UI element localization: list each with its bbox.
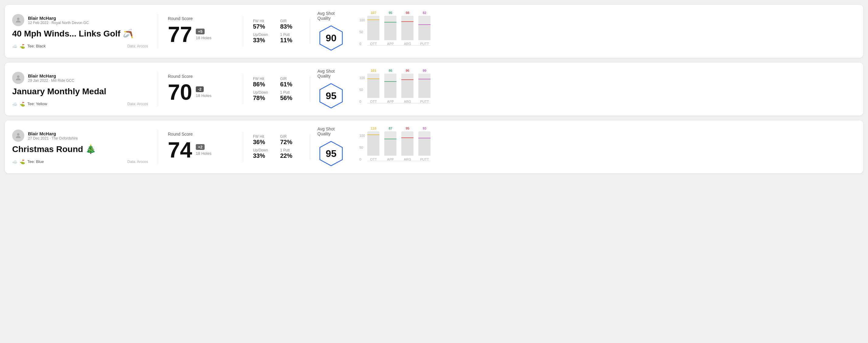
quality-section: Avg Shot Quality 95 [310,126,352,167]
bar-value: 96 [406,69,409,72]
bar-line [384,81,397,82]
quality-section: Avg Shot Quality 90 [310,11,352,52]
tee-icon: ⛳ [20,159,25,164]
bar-fill-bg [401,22,413,40]
tee-label: Tee: Black [27,44,45,48]
hexagon-score: 90 [326,33,337,44]
bar-fill-bg [384,23,397,40]
bar-group-ott: 110 OTT [367,126,379,161]
stat-label: Up/Down [253,33,273,37]
bar-line [401,137,413,138]
quality-section: Avg Shot Quality 95 [310,69,352,110]
bar-container [401,131,413,156]
bar-fill-bg [384,139,397,156]
chart-section: 100 50 0 101 OTT 86 APP [352,69,856,110]
chart-baseline [367,45,431,45]
stats-grid: FW Hit 57% GIR 83% Up/Down 33% [253,19,300,44]
chart-section: 100 50 0 110 OTT 87 APP [352,126,856,167]
stat-value: 11% [280,37,300,44]
user-info: Blair McHarg 29 Jan 2022 · Mill Ride GCC [28,73,74,83]
bar-container [367,131,379,156]
stat-label: 1 Putt [280,148,300,152]
user-info: Blair McHarg 12 Feb 2022 · Royal North D… [28,15,89,25]
bar-container [418,73,431,98]
bar-group-app: 86 APP [384,69,397,103]
stat-value: 33% [253,152,273,159]
bar-value: 107 [371,11,376,14]
avatar [12,72,24,84]
avatar [12,14,24,26]
bottom-row: ☁️ ⛳ Tee: Yellow Data: Arccos [12,101,148,106]
bar-group-putt: 99 PUTT [418,69,431,103]
stat-label: 1 Putt [280,90,300,95]
bottom-row: ☁️ ⛳ Tee: Blue Data: Arccos [12,159,148,164]
score-badge-group: +5 18 Holes [196,29,211,40]
bar-value: 95 [389,11,392,14]
bar-container [384,131,397,156]
user-name: Blair McHarg [28,73,74,79]
score-row: 74 +2 18 Holes [168,139,233,161]
y-0: 0 [359,42,365,45]
stats-section: FW Hit 36% GIR 72% Up/Down 33% [243,134,310,159]
bar-line [367,20,379,20]
bar-container [401,73,413,98]
round-title: January Monthly Medal [12,86,148,97]
bar-fill-bg [418,25,431,40]
round-score-label: Round Score [168,16,233,21]
tee-info: ☁️ ⛳ Tee: Black [12,44,45,49]
round-title: 40 Mph Winds... Links Golf 🪃 [12,29,148,39]
hexagon: 95 [317,140,345,167]
stat-label: GIR [280,134,300,139]
score-section: Round Score 77 +5 18 Holes [158,16,243,46]
stats-grid: FW Hit 36% GIR 72% Up/Down 33% [253,134,300,159]
tee-label: Tee: Blue [27,159,44,164]
score-diff-badge: +5 [196,29,205,34]
left-section: Blair McHarg 29 Jan 2022 · Mill Ride GCC… [12,72,158,106]
chart-section: 100 50 0 107 OTT 95 APP [352,11,856,52]
bar-value: 86 [389,69,392,72]
y-0: 0 [359,100,365,103]
stats-section: FW Hit 86% GIR 61% Up/Down 78% [243,76,310,101]
y-axis: 100 50 0 [359,18,365,52]
bar-value: 101 [371,69,376,72]
chart-baseline [367,161,431,161]
score-value: 77 [168,23,192,45]
stats-section: FW Hit 57% GIR 83% Up/Down 33% [243,19,310,44]
bar-fill-bg [418,138,431,156]
stat-label: Up/Down [253,148,273,152]
stat-item: 1 Putt 22% [280,148,300,159]
bar-value: 93 [423,126,426,130]
weather-icon: ☁️ [12,159,17,164]
bar-container [418,131,431,156]
data-source: Data: Arccos [127,102,148,106]
bar-line [367,79,379,79]
holes-label: 18 Holes [196,151,211,156]
bar-fill-bg [367,79,379,98]
bar-group-ott: 101 OTT [367,69,379,103]
bar-container [384,73,397,98]
stat-item: GIR 61% [280,76,300,88]
y-100: 100 [359,76,365,80]
bar-group-arg: 98 ARG [401,11,413,45]
stat-value: 83% [280,23,300,30]
bar-value: 110 [371,126,376,130]
bar-container [384,16,397,40]
stat-label: FW Hit [253,19,273,23]
round-card: Blair McHarg 27 Dec 2021 · The Oxfordshi… [5,120,863,173]
round-score-label: Round Score [168,132,233,136]
stat-item: 1 Putt 56% [280,90,300,101]
date-course: 27 Dec 2021 · The Oxfordshire [28,136,78,141]
chart-baseline [367,103,431,103]
score-section: Round Score 74 +2 18 Holes [158,132,243,162]
bar-value: 82 [423,11,426,14]
bar-fill-bg [367,135,379,156]
bar-group-arg: 95 ARG [401,126,413,161]
bar-group-arg: 96 ARG [401,69,413,103]
stats-grid: FW Hit 86% GIR 61% Up/Down 78% [253,76,300,101]
avatar [12,129,24,142]
user-row: Blair McHarg 12 Feb 2022 · Royal North D… [12,14,148,26]
score-value: 70 [168,81,192,103]
weather-icon: ☁️ [12,101,17,106]
hexagon: 90 [317,24,345,52]
bar-container [367,73,379,98]
